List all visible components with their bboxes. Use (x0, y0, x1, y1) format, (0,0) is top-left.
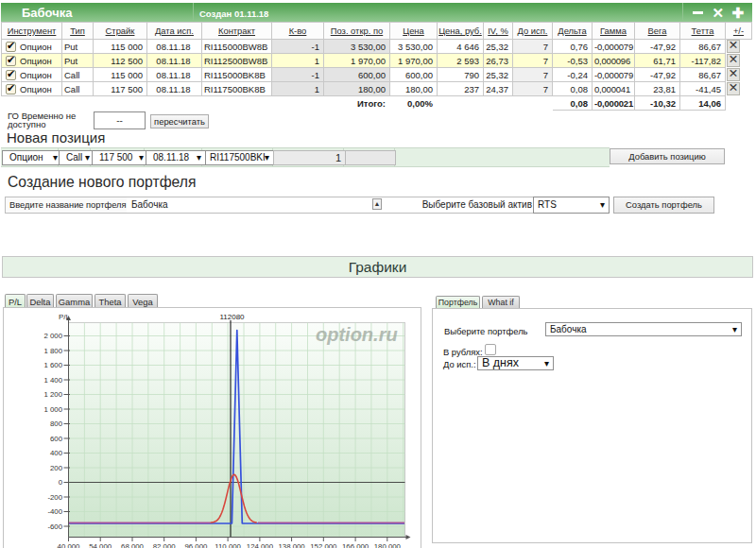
svg-text:-200: -200 (47, 493, 62, 502)
svg-text:180 000: 180 000 (374, 542, 402, 548)
svg-text:96 000: 96 000 (184, 542, 208, 548)
svg-text:1 600: 1 600 (43, 361, 62, 369)
svg-text:82 000: 82 000 (153, 542, 177, 548)
svg-text:1 800: 1 800 (43, 347, 62, 355)
svg-text:68 000: 68 000 (121, 542, 145, 548)
svg-text:1 400: 1 400 (43, 376, 62, 385)
svg-text:0: 0 (59, 478, 63, 487)
svg-text:2 000: 2 000 (43, 332, 62, 340)
svg-text:P/L: P/L (59, 313, 71, 321)
svg-text:-400: -400 (47, 507, 62, 516)
svg-text:-600: -600 (47, 522, 62, 531)
svg-text:124 000: 124 000 (247, 542, 274, 548)
svg-text:1 200: 1 200 (43, 390, 62, 399)
svg-text:option.ru: option.ru (316, 324, 398, 345)
svg-text:138 000: 138 000 (279, 542, 306, 548)
svg-text:1 000: 1 000 (43, 405, 62, 414)
svg-text:40 000: 40 000 (58, 542, 81, 548)
svg-text:600: 600 (50, 435, 63, 443)
svg-text:166 000: 166 000 (342, 542, 369, 548)
svg-text:200: 200 (50, 464, 63, 472)
svg-text:54 000: 54 000 (89, 542, 112, 548)
svg-text:110 000: 110 000 (215, 542, 241, 548)
svg-text:800: 800 (50, 420, 63, 428)
svg-text:112080: 112080 (219, 313, 245, 321)
svg-text:152 000: 152 000 (310, 542, 337, 548)
svg-text:400: 400 (50, 449, 63, 457)
